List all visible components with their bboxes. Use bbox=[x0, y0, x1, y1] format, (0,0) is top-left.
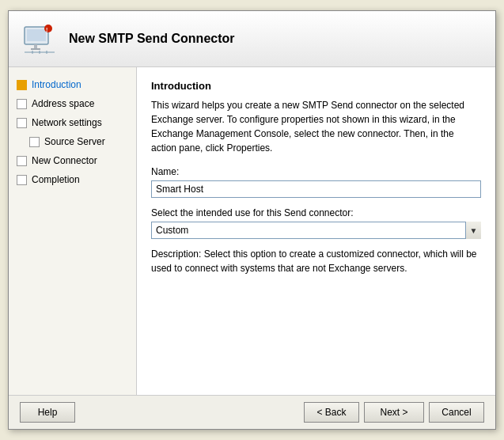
sidebar: Introduction Address space Network setti… bbox=[9, 67, 137, 395]
checkbox-icon bbox=[17, 118, 27, 128]
dialog-footer: Help < Back Next > Cancel bbox=[9, 395, 495, 429]
svg-rect-1 bbox=[27, 29, 46, 41]
dialog-header: ! New SMTP Send Connector bbox=[9, 11, 495, 67]
cancel-button[interactable]: Cancel bbox=[429, 402, 484, 423]
use-select[interactable]: Custom Internet Internal Partner Legacy bbox=[151, 222, 481, 239]
dialog-window: ! New SMTP Send Connector Introduction A… bbox=[8, 10, 496, 430]
dialog-title: New SMTP Send Connector bbox=[69, 32, 235, 46]
help-button[interactable]: Help bbox=[20, 402, 75, 423]
select-label: Select the intended use for this Send co… bbox=[151, 207, 481, 218]
name-label: Name: bbox=[151, 166, 481, 177]
sidebar-item-source-server[interactable]: Source Server bbox=[9, 132, 136, 151]
description-text: Description: Select this option to creat… bbox=[151, 247, 481, 275]
svg-rect-2 bbox=[34, 44, 37, 48]
sidebar-item-completion[interactable]: Completion bbox=[9, 170, 136, 189]
svg-rect-3 bbox=[31, 48, 40, 50]
sidebar-item-network-settings[interactable]: Network settings bbox=[9, 113, 136, 132]
back-button[interactable]: < Back bbox=[304, 402, 359, 423]
svg-text:!: ! bbox=[46, 27, 47, 32]
intro-text: This wizard helps you create a new SMTP … bbox=[151, 98, 481, 155]
footer-right: < Back Next > Cancel bbox=[304, 402, 484, 423]
checkbox-icon bbox=[29, 137, 40, 147]
section-title: Introduction bbox=[151, 80, 481, 92]
checkbox-icon bbox=[17, 156, 27, 166]
select-wrapper: Custom Internet Internal Partner Legacy … bbox=[151, 222, 481, 239]
sidebar-item-introduction[interactable]: Introduction bbox=[9, 75, 136, 94]
sidebar-item-address-space[interactable]: Address space bbox=[9, 94, 136, 113]
sidebar-item-new-connector[interactable]: New Connector bbox=[9, 151, 136, 170]
next-button[interactable]: Next > bbox=[364, 402, 424, 423]
main-content: Introduction This wizard helps you creat… bbox=[137, 67, 495, 395]
footer-left: Help bbox=[20, 402, 75, 423]
checkbox-icon bbox=[17, 175, 27, 185]
dialog-body: Introduction Address space Network setti… bbox=[9, 67, 495, 395]
name-input[interactable] bbox=[151, 180, 481, 198]
server-icon: ! bbox=[21, 21, 58, 57]
bullet-icon bbox=[17, 80, 27, 90]
checkbox-icon bbox=[17, 99, 27, 109]
